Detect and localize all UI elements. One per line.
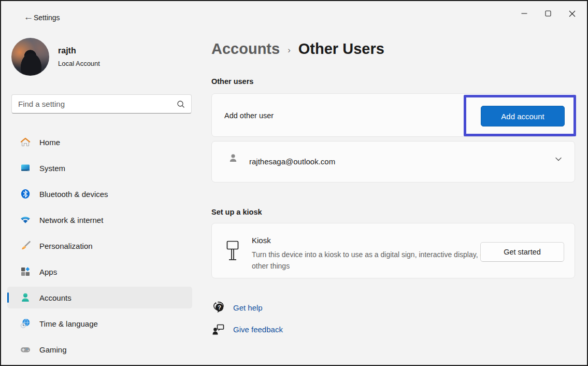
sidebar-nav: Home System — [7, 131, 192, 364]
back-arrow-icon: ← — [24, 11, 34, 23]
feedback-person-icon — [212, 322, 225, 336]
gaming-icon — [20, 344, 31, 355]
sidebar-item-label: Personalization — [39, 242, 93, 250]
bluetooth-icon — [20, 188, 31, 200]
breadcrumb-separator-icon: › — [288, 45, 291, 55]
accounts-icon — [20, 292, 31, 303]
get-help-label: Get help — [233, 303, 263, 312]
user-account-type: Local Account — [58, 60, 100, 67]
sidebar-item-bluetooth-devices[interactable]: Bluetooth & devices — [7, 183, 192, 205]
other-users-heading: Other users — [211, 77, 253, 86]
sidebar-item-home[interactable]: Home — [7, 131, 192, 153]
home-icon — [20, 136, 31, 148]
sidebar-item-system[interactable]: System — [7, 157, 192, 179]
close-icon — [569, 10, 576, 17]
sidebar-item-time-language[interactable]: Time & language — [7, 313, 192, 334]
network-icon — [20, 214, 31, 226]
sidebar-item-label: Gaming — [39, 345, 67, 354]
sidebar-item-label: Network & internet — [39, 216, 103, 224]
add-account-button[interactable]: Add account — [481, 106, 565, 126]
minimize-button[interactable] — [512, 4, 536, 23]
svg-text:?: ? — [218, 304, 221, 311]
give-feedback-label: Give feedback — [233, 325, 283, 334]
main-content: Accounts › Other Users Other users Add o… — [211, 26, 587, 365]
get-help-link[interactable]: ? Get help — [211, 301, 263, 314]
time-language-icon — [20, 318, 31, 329]
breadcrumb: Accounts › Other Users — [211, 40, 384, 58]
kiosk-title: Kiosk — [252, 236, 271, 245]
selected-indicator — [7, 292, 9, 303]
sidebar-item-apps[interactable]: Apps — [7, 261, 192, 283]
window-title: Settings — [34, 13, 60, 22]
search-icon — [177, 100, 185, 108]
sidebar: rajth Local Account Find a setting Home — [1, 26, 202, 365]
maximize-icon — [545, 10, 551, 17]
sidebar-item-label: Accounts — [39, 293, 71, 302]
sidebar-item-personalization[interactable]: Personalization — [7, 235, 192, 257]
user-name: rajth — [58, 46, 76, 55]
kiosk-description: Turn this device into a kiosk to use as … — [252, 249, 495, 272]
other-user-account-row[interactable]: rajthesaga@outlook.com — [211, 141, 575, 182]
apps-icon — [20, 266, 31, 277]
sidebar-item-label: Home — [39, 138, 60, 147]
add-other-user-label: Add other user — [224, 111, 274, 120]
minimize-icon — [521, 10, 527, 17]
chevron-down-icon[interactable] — [554, 154, 563, 164]
sidebar-item-network-internet[interactable]: Network & internet — [7, 209, 192, 231]
kiosk-heading: Set up a kiosk — [211, 208, 262, 216]
get-started-button[interactable]: Get started — [480, 242, 564, 262]
settings-window: ← Settings rajth Local Accoun — [0, 0, 588, 366]
title-bar: ← Settings — [1, 1, 587, 26]
sidebar-item-label: Apps — [39, 268, 57, 276]
sidebar-item-label: Time & language — [39, 319, 98, 328]
kiosk-icon — [225, 240, 240, 262]
search-input[interactable]: Find a setting — [11, 94, 192, 114]
sidebar-item-accounts[interactable]: Accounts — [7, 287, 192, 308]
person-icon — [227, 152, 239, 164]
kiosk-card: Kiosk Turn this device into a kiosk to u… — [211, 223, 575, 278]
sidebar-item-label: Bluetooth & devices — [39, 190, 108, 199]
user-avatar[interactable] — [11, 38, 49, 76]
help-bubble-icon: ? — [212, 301, 225, 314]
maximize-button[interactable] — [536, 4, 560, 23]
sidebar-item-gaming[interactable]: Gaming — [7, 339, 192, 360]
search-placeholder: Find a setting — [18, 100, 177, 108]
page-title: Other Users — [298, 40, 384, 58]
account-email: rajthesaga@outlook.com — [249, 157, 335, 166]
close-button[interactable] — [560, 4, 584, 23]
breadcrumb-accounts[interactable]: Accounts — [211, 40, 280, 58]
give-feedback-link[interactable]: Give feedback — [211, 322, 283, 336]
system-icon — [20, 162, 31, 174]
add-other-user-card: Add other user Add account — [211, 93, 575, 137]
sidebar-item-label: System — [39, 164, 65, 173]
personalization-icon — [20, 240, 31, 251]
